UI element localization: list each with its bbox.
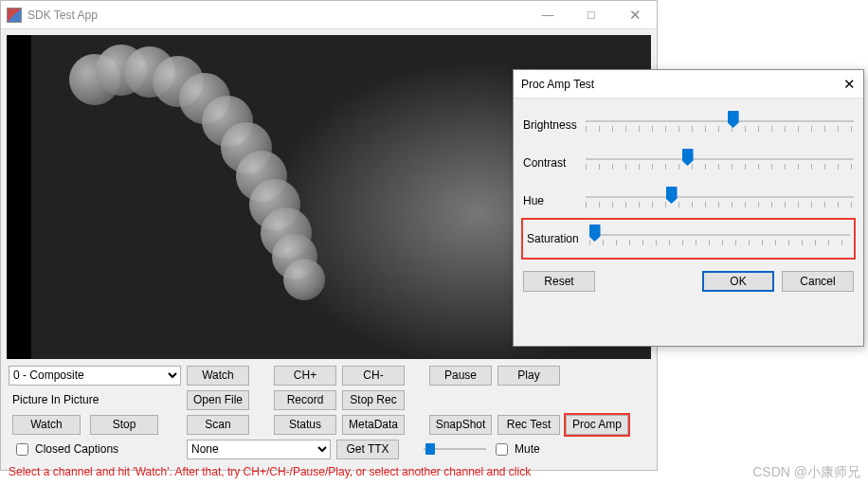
dialog-body: Brightness Contrast Hue Saturation xyxy=(514,99,863,263)
pip-watch-button[interactable]: Watch xyxy=(12,415,81,435)
maximize-button[interactable]: □ xyxy=(570,1,613,28)
dialog-close-button[interactable]: ✕ xyxy=(827,76,856,93)
source-select[interactable]: 0 - Composite xyxy=(9,366,181,386)
closed-captions-input[interactable] xyxy=(16,443,28,456)
saturation-row: Saturation xyxy=(523,220,854,258)
dialog-title: Proc Amp Test xyxy=(521,78,594,91)
reset-button[interactable]: Reset xyxy=(523,271,595,292)
mute-label: Mute xyxy=(515,442,540,456)
video-content xyxy=(69,45,467,291)
cancel-button[interactable]: Cancel xyxy=(782,271,854,292)
hue-row: Hue xyxy=(523,182,854,220)
brightness-slider[interactable] xyxy=(586,111,854,139)
pause-button[interactable]: Pause xyxy=(429,366,492,386)
volume-slider[interactable] xyxy=(424,440,486,458)
status-button[interactable]: Status xyxy=(274,415,336,435)
proc-amp-dialog: Proc Amp Test ✕ Brightness Contrast Hue xyxy=(513,69,864,347)
pip-label: Picture In Picture xyxy=(9,393,181,406)
window-buttons: — □ ✕ xyxy=(526,1,657,28)
saturation-slider[interactable] xyxy=(589,225,850,253)
proc-amp-button[interactable]: Proc Amp xyxy=(566,415,628,435)
watermark: CSDN @小康师兄 xyxy=(752,464,860,481)
hue-label: Hue xyxy=(523,194,586,207)
record-button[interactable]: Record xyxy=(274,390,336,410)
get-ttx-button[interactable]: Get TTX xyxy=(336,440,399,459)
status-message: Select a channel and hit 'Watch'. After … xyxy=(1,463,657,482)
saturation-label: Saturation xyxy=(527,232,589,245)
app-icon xyxy=(7,8,22,23)
contrast-row: Contrast xyxy=(523,144,854,182)
control-panel: 0 - Composite Watch CH+ CH- Pause Play P… xyxy=(1,359,657,463)
metadata-button[interactable]: MetaData xyxy=(342,415,405,435)
mute-checkbox[interactable]: Mute xyxy=(492,440,540,458)
hue-slider[interactable] xyxy=(586,187,854,215)
pip-stop-button[interactable]: Stop xyxy=(90,415,158,435)
brightness-row: Brightness xyxy=(523,106,854,144)
play-button[interactable]: Play xyxy=(497,366,560,386)
mute-input[interactable] xyxy=(496,443,508,456)
dialog-buttons: Reset OK Cancel xyxy=(514,263,863,292)
titlebar: SDK Test App — □ ✕ xyxy=(1,1,657,29)
scan-button[interactable]: Scan xyxy=(187,415,249,435)
open-file-button[interactable]: Open File xyxy=(187,390,249,410)
stop-rec-button[interactable]: Stop Rec xyxy=(342,390,405,410)
ch-plus-button[interactable]: CH+ xyxy=(274,366,336,386)
dialog-titlebar: Proc Amp Test ✕ xyxy=(514,70,863,99)
rec-test-button[interactable]: Rec Test xyxy=(497,415,560,435)
closed-captions-checkbox[interactable]: Closed Captions xyxy=(9,440,181,458)
caption-select[interactable]: None xyxy=(187,440,331,459)
contrast-slider[interactable] xyxy=(586,149,854,177)
contrast-label: Contrast xyxy=(523,156,586,170)
ch-minus-button[interactable]: CH- xyxy=(342,366,405,386)
close-button[interactable]: ✕ xyxy=(613,1,657,28)
watch-button[interactable]: Watch xyxy=(187,366,249,386)
closed-captions-label: Closed Captions xyxy=(35,442,118,456)
snapshot-button[interactable]: SnapShot xyxy=(429,415,492,435)
brightness-label: Brightness xyxy=(523,118,586,132)
window-title: SDK Test App xyxy=(27,9,526,22)
ok-button[interactable]: OK xyxy=(702,271,774,292)
minimize-button[interactable]: — xyxy=(526,1,570,28)
